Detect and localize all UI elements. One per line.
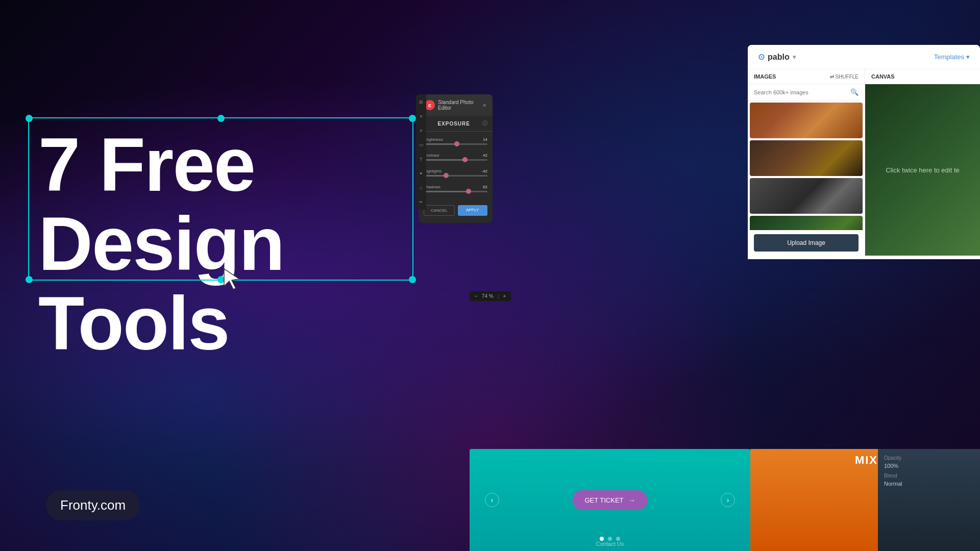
canvas-edit-text[interactable]: Click twice here to edit te [886,166,960,174]
highlights-label: Highlights [424,169,442,173]
images-tabs: IMAGES ⇄ SHUFFLE [748,69,865,84]
upload-image-button[interactable]: Upload Image [754,234,859,252]
sidebar-icon-7[interactable]: ⌂ [418,184,425,191]
handle-bottom-right[interactable] [409,276,416,283]
image-thumb-wood[interactable] [750,103,863,138]
image-thumb-coffee[interactable] [750,140,863,176]
svg-marker-0 [224,269,239,289]
bottom-orange-section: MIX [750,449,878,551]
sidebar-icon-pencil[interactable]: ✏ [418,198,425,206]
nav-dot-1[interactable] [600,537,604,541]
canvas-label: CANVAS [865,69,980,84]
shadows-row: Shadows 62 [419,182,493,198]
opacity-label: Opacity [884,455,974,461]
highlights-row: Highlights -42 [419,166,493,182]
sidebar-icon-6[interactable]: ✦ [418,170,425,177]
nav-dot-3[interactable] [616,537,620,541]
handle-top-right[interactable] [409,115,416,122]
zoom-separator: | [498,293,499,299]
exposure-title: EXPOSURE [437,121,470,127]
brightness-row: Brightness 14 [419,135,493,151]
selection-box [28,117,413,281]
pablo-logo-text: pablo [768,53,790,62]
search-icon[interactable]: 🔍 [850,88,859,96]
ticket-btn-label: GET TICKET [584,496,623,504]
sidebar-icon-1[interactable]: ⊞ [418,98,425,106]
zoom-minus[interactable]: − [475,293,478,299]
zoom-bar: − 74 % | + [470,291,511,301]
search-input[interactable] [754,89,847,95]
info-button[interactable]: ⓘ [482,120,487,127]
opacity-value: 100% [884,463,974,469]
sidebar-icon-3[interactable]: ≡ [418,127,425,134]
fronty-label: Fronty.com [60,497,126,513]
sidebar-icon-5[interactable]: T [418,156,425,163]
photo-editor-title: Standard Photo Editor [438,99,482,111]
handle-top-left[interactable] [26,115,33,122]
zoom-percent: 74 % [482,293,494,299]
search-bar: 🔍 [748,84,865,101]
bottom-right-section: Opacity 100% Blend Normal [878,449,980,551]
contrast-value: 42 [483,153,487,158]
tab-shuffle[interactable]: ⇄ SHUFFLE [830,74,859,80]
exposure-header: ‹ EXPOSURE ⓘ [419,116,493,132]
brightness-label: Brightness [424,137,443,142]
ticket-arrow-icon: → [629,496,635,504]
zoom-plus[interactable]: + [503,293,506,299]
brightness-track[interactable] [424,143,487,145]
bottom-area: ‹ GET TICKET → › Contact Us MIX Opacity … [470,449,980,551]
contact-text[interactable]: Contact Us [596,541,624,547]
photo-editor-sidebar: ⊞ ≡ ≡ ▭ T ✦ ⌂ ✏ [416,94,426,210]
fronty-badge: Fronty.com [46,490,140,520]
sidebar-icon-4[interactable]: ▭ [418,141,425,148]
nav-arrows: ‹ GET TICKET → › [470,493,750,507]
canvas-bg-image: Click twice here to edit te [865,84,980,256]
ticket-button[interactable]: GET TICKET → [572,490,647,510]
images-grid [748,101,865,230]
nav-dot-2[interactable] [608,537,612,541]
image-thumb-street[interactable] [750,178,863,214]
highlights-value: -42 [481,169,487,173]
pablo-dropdown-icon[interactable]: ▾ [793,54,796,61]
highlights-track[interactable] [424,175,487,177]
bottom-teal-section: ‹ GET TICKET → › Contact Us [470,449,750,551]
nav-arrow-left[interactable]: ‹ [485,493,499,507]
photo-editor-close-btn[interactable]: ✕ [482,103,486,108]
shadows-value: 62 [483,185,487,189]
tab-images[interactable]: IMAGES [754,73,776,80]
canvas-preview[interactable]: Click twice here to edit te [865,84,980,256]
templates-chevron-icon: ▾ [966,53,970,61]
pablo-canvas: CANVAS Click twice here to edit te [865,69,980,256]
cancel-button[interactable]: CANCEL [424,205,455,216]
nav-dots [600,537,620,541]
photo-editor-logo: c [425,100,435,110]
nav-arrow-right[interactable]: › [721,493,735,507]
photo-editor-panel: c Standard Photo Editor ✕ ‹ EXPOSURE ⓘ B… [419,94,493,223]
brightness-value: 14 [483,137,487,142]
handle-bottom-left[interactable] [26,276,33,283]
pablo-templates-btn[interactable]: Templates ▾ [934,53,970,61]
right-panel-content: Opacity 100% Blend Normal [878,449,980,493]
handle-top-center[interactable] [217,115,225,122]
pablo-templates-label: Templates [934,53,964,61]
pablo-images-panel: IMAGES ⇄ SHUFFLE 🔍 Upload Image [748,69,865,256]
image-thumb-forest[interactable] [750,216,863,230]
editor-buttons: CANCEL APPLY [419,201,493,218]
apply-button[interactable]: APPLY [458,205,488,216]
blend-label: Blend [884,473,974,479]
contrast-track[interactable] [424,159,487,161]
cursor [222,268,245,291]
pablo-body: IMAGES ⇄ SHUFFLE 🔍 Upload Image CANVAS C… [748,69,980,256]
contrast-row: Contrast 42 [419,151,493,166]
blend-value: Normal [884,481,974,487]
mix-label: MIX [855,454,878,467]
shadows-track[interactable] [424,191,487,192]
pablo-panel: ⊙ pablo ▾ Templates ▾ IMAGES ⇄ SHUFFLE 🔍 [748,45,980,259]
photo-editor-header: c Standard Photo Editor ✕ [419,94,493,116]
sliders-section: Brightness 14 Contrast 42 Highlights [419,132,493,201]
pablo-logo-icon: ⊙ [758,52,765,62]
pablo-header: ⊙ pablo ▾ Templates ▾ [748,45,980,69]
sidebar-icon-2[interactable]: ≡ [418,113,425,120]
pablo-logo: ⊙ pablo ▾ [758,52,796,62]
